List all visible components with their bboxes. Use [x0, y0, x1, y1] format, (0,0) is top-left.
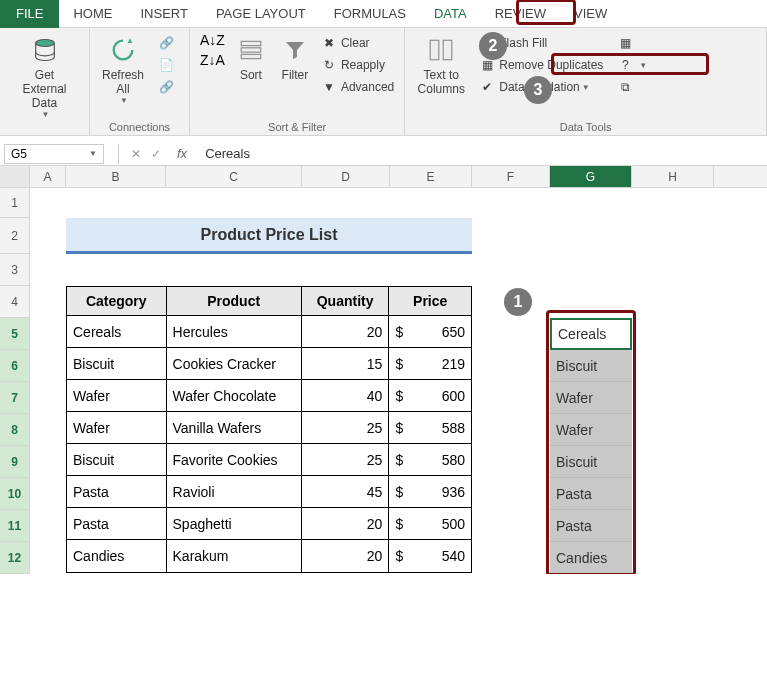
cell-product[interactable]: Vanilla Wafers — [167, 412, 302, 444]
tab-formulas[interactable]: FORMULAS — [320, 0, 420, 28]
enter-formula-icon[interactable]: ✓ — [151, 147, 161, 161]
cell-price[interactable]: $650 — [389, 316, 471, 348]
row-header-10[interactable]: 10 — [0, 478, 30, 510]
row-header-7[interactable]: 7 — [0, 382, 30, 414]
table-row[interactable]: PastaRavioli45$936 — [67, 476, 471, 508]
cell-product[interactable]: Ravioli — [167, 476, 302, 508]
row-header-6[interactable]: 6 — [0, 350, 30, 382]
cell-price[interactable]: $500 — [389, 508, 471, 540]
th-price[interactable]: Price — [389, 287, 471, 316]
tab-home[interactable]: HOME — [59, 0, 126, 28]
table-row[interactable]: WaferWafer Chocolate40$600 — [67, 380, 471, 412]
th-quantity[interactable]: Quantity — [302, 287, 390, 316]
name-box[interactable]: G5 ▼ — [4, 144, 104, 164]
cell-product[interactable]: Karakum — [167, 540, 302, 572]
data-tools-group-label: Data Tools — [411, 119, 760, 135]
cell-qty[interactable]: 20 — [302, 540, 390, 572]
cell-category[interactable]: Wafer — [67, 412, 167, 444]
cell-category[interactable]: Cereals — [67, 316, 167, 348]
row-header-5[interactable]: 5 — [0, 318, 30, 350]
cancel-formula-icon[interactable]: ✕ — [131, 147, 141, 161]
filter-button[interactable]: Filter — [273, 32, 317, 84]
col-header-a[interactable]: A — [30, 166, 66, 187]
cell-price[interactable]: $580 — [389, 444, 471, 476]
th-product[interactable]: Product — [167, 287, 302, 316]
row-header-11[interactable]: 11 — [0, 510, 30, 542]
col-header-e[interactable]: E — [390, 166, 472, 187]
clear-filter-button[interactable]: ✖Clear — [317, 32, 398, 54]
cell-price[interactable]: $936 — [389, 476, 471, 508]
cell-product[interactable]: Spaghetti — [167, 508, 302, 540]
tab-file[interactable]: FILE — [0, 0, 59, 28]
cell-qty[interactable]: 45 — [302, 476, 390, 508]
cell-qty[interactable]: 15 — [302, 348, 390, 380]
refresh-all-button[interactable]: Refresh All ▼ — [96, 32, 150, 107]
cell-price[interactable]: $219 — [389, 348, 471, 380]
consolidate-icon: ▦ — [617, 35, 633, 51]
cell-price[interactable]: $540 — [389, 540, 471, 572]
sort-button[interactable]: Sort — [229, 32, 273, 84]
get-external-data-button[interactable]: Get External Data ▼ — [6, 32, 83, 121]
col-header-d[interactable]: D — [302, 166, 390, 187]
col-header-f[interactable]: F — [472, 166, 550, 187]
cell-category[interactable]: Candies — [67, 540, 167, 572]
cell-product[interactable]: Favorite Cookies — [167, 444, 302, 476]
connections-button[interactable]: 🔗 — [154, 32, 182, 54]
table-row[interactable]: PastaSpaghetti20$500 — [67, 508, 471, 540]
cell-category[interactable]: Biscuit — [67, 444, 167, 476]
connections-group-label: Connections — [96, 119, 183, 135]
row-header-9[interactable]: 9 — [0, 446, 30, 478]
fx-icon[interactable]: fx — [177, 146, 187, 161]
properties-icon: 📄 — [158, 57, 174, 73]
cell-product[interactable]: Hercules — [167, 316, 302, 348]
relationships-icon: ⧉ — [617, 79, 633, 95]
cell-product[interactable]: Wafer Chocolate — [167, 380, 302, 412]
text-columns-icon — [425, 34, 457, 66]
cell-qty[interactable]: 20 — [302, 316, 390, 348]
tab-data[interactable]: DATA — [420, 0, 481, 28]
row-header-4[interactable]: 4 — [0, 286, 30, 318]
row-header-2[interactable]: 2 — [0, 218, 30, 254]
formula-value[interactable]: Cereals — [197, 146, 258, 161]
row-header-8[interactable]: 8 — [0, 414, 30, 446]
text-to-columns-button[interactable]: Text to Columns — [411, 32, 471, 98]
cell-qty[interactable]: 20 — [302, 508, 390, 540]
edit-links-button[interactable]: 🔗 — [154, 76, 182, 98]
table-row[interactable]: BiscuitCookies Cracker15$219 — [67, 348, 471, 380]
table-row[interactable]: CerealsHercules20$650 — [67, 316, 471, 348]
col-header-b[interactable]: B — [66, 166, 166, 187]
relationships-button[interactable]: ⧉ — [613, 76, 651, 98]
col-header-g[interactable]: G — [550, 166, 632, 187]
col-header-c[interactable]: C — [166, 166, 302, 187]
cell-category[interactable]: Wafer — [67, 380, 167, 412]
cell-product[interactable]: Cookies Cracker — [167, 348, 302, 380]
title-cell[interactable]: Product Price List — [66, 218, 472, 254]
cell-qty[interactable]: 40 — [302, 380, 390, 412]
ribbon-tab-bar: FILE HOME INSERT PAGE LAYOUT FORMULAS DA… — [0, 0, 767, 28]
col-header-h[interactable]: H — [632, 166, 714, 187]
row-header-1[interactable]: 1 — [0, 188, 30, 218]
properties-button[interactable]: 📄 — [154, 54, 182, 76]
cell-qty[interactable]: 25 — [302, 412, 390, 444]
cell-category[interactable]: Pasta — [67, 476, 167, 508]
table-row[interactable]: BiscuitFavorite Cookies25$580 — [67, 444, 471, 476]
cell-qty[interactable]: 25 — [302, 444, 390, 476]
tab-insert[interactable]: INSERT — [126, 0, 201, 28]
th-category[interactable]: Category — [67, 287, 167, 316]
svg-point-0 — [35, 40, 54, 47]
row-header-3[interactable]: 3 — [0, 254, 30, 286]
sort-asc-icon[interactable]: A↓Z — [200, 32, 225, 48]
consolidate-button[interactable]: ▦ — [613, 32, 651, 54]
table-row[interactable]: CandiesKarakum20$540 — [67, 540, 471, 572]
advanced-filter-button[interactable]: ▼Advanced — [317, 76, 398, 98]
row-header-12[interactable]: 12 — [0, 542, 30, 574]
reapply-button[interactable]: ↻Reapply — [317, 54, 398, 76]
sort-desc-icon[interactable]: Z↓A — [200, 52, 225, 68]
tab-pagelayout[interactable]: PAGE LAYOUT — [202, 0, 320, 28]
cell-category[interactable]: Biscuit — [67, 348, 167, 380]
cell-price[interactable]: $600 — [389, 380, 471, 412]
select-all-corner[interactable] — [0, 166, 30, 187]
cell-category[interactable]: Pasta — [67, 508, 167, 540]
table-row[interactable]: WaferVanilla Wafers25$588 — [67, 412, 471, 444]
cell-price[interactable]: $588 — [389, 412, 471, 444]
